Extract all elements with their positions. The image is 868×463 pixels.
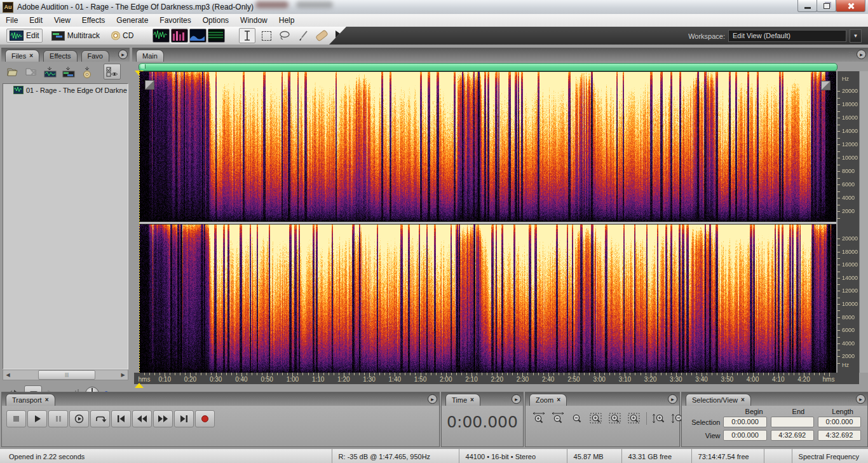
hscrollbar-thumb[interactable]: ||| (38, 370, 95, 380)
zoom-in-right-edge-button[interactable] (626, 411, 642, 425)
menu-effects[interactable]: Effects (76, 14, 111, 27)
file-list-hscrollbar[interactable]: ◀ ||| ▶ (3, 370, 128, 380)
selection-panel-menu[interactable]: ▶ (848, 394, 865, 404)
close-button[interactable] (836, 0, 865, 12)
show-options-toggle[interactable] (104, 64, 121, 79)
marquee-selection-tool[interactable] (259, 29, 274, 43)
zoom-in-vertically-button[interactable] (651, 411, 667, 425)
zoom-panel-menu[interactable]: ▶ (660, 394, 677, 404)
tab-time[interactable]: Time × (445, 394, 480, 406)
zoom-in-left-edge-button[interactable] (607, 411, 623, 425)
menu-favorites[interactable]: Favorites (154, 14, 196, 27)
close-file-button[interactable] (25, 66, 39, 78)
selection-length-field[interactable]: 0:00.000 (818, 417, 861, 427)
menu-generate[interactable]: Generate (111, 14, 154, 27)
multitrack-view-button[interactable]: Multitrack (49, 30, 102, 42)
main-editor-panel: Main ▶ Hz2000018000160001400012000100008… (132, 48, 868, 390)
scrub-tool[interactable] (332, 29, 348, 43)
minimize-button[interactable] (797, 0, 817, 12)
tab-close-icon[interactable]: × (470, 394, 474, 406)
menu-help[interactable]: Help (273, 14, 301, 27)
view-end-field[interactable]: 4:32.692 (771, 430, 814, 441)
menu-file[interactable]: File (0, 14, 24, 27)
lasso-selection-tool[interactable] (277, 29, 292, 43)
cd-view-button[interactable]: CD (109, 30, 136, 41)
selection-begin-field[interactable]: 0:00.000 (723, 417, 766, 427)
record-button[interactable] (195, 410, 215, 427)
vertical-scroll-strip[interactable] (859, 71, 868, 373)
status-segment-6[interactable] (764, 449, 792, 463)
main-panel-menu[interactable]: ▶ (848, 50, 866, 59)
tab-close-icon[interactable]: × (45, 394, 49, 406)
time-display: 0:00.000 (442, 413, 523, 431)
restore-button[interactable] (817, 0, 836, 12)
go-to-end-button[interactable] (174, 410, 194, 427)
go-to-beginning-button[interactable] (111, 410, 131, 427)
panel-grip-icon (848, 52, 855, 57)
tab-effects[interactable]: Effects (43, 50, 77, 62)
tab-transport[interactable]: Transport × (6, 394, 55, 406)
play-from-cursor-button[interactable] (69, 410, 89, 427)
spectral-phase-display-button[interactable] (208, 29, 225, 43)
tab-zoom[interactable]: Zoom × (529, 394, 567, 406)
time-selection-tool[interactable] (239, 28, 255, 43)
insert-into-multitrack-wave-button[interactable] (43, 66, 57, 78)
title-bar[interactable]: Au Adobe Audition - 01 - Rage - The Edge… (0, 0, 868, 15)
file-list-item[interactable]: 01 - Rage - The Edge Of Darkne (3, 84, 128, 94)
spectral-display[interactable] (139, 71, 836, 373)
time-tick-label: 1:10 (312, 376, 324, 383)
scroll-left-icon[interactable]: ◀ (3, 371, 13, 379)
row-label-view: View (684, 432, 723, 439)
tab-selection-view[interactable]: Selection/View × (686, 394, 751, 406)
edit-view-button[interactable]: Edit (6, 29, 43, 43)
zoom-out-full-button[interactable] (569, 411, 585, 425)
files-panel-menu[interactable]: ▶ (110, 50, 128, 59)
rewind-button[interactable] (132, 410, 152, 427)
spectral-pan-display-button[interactable] (189, 29, 207, 43)
scroll-right-icon[interactable]: ▶ (118, 371, 128, 379)
tab-close-icon[interactable]: × (557, 394, 560, 406)
status-segment-7[interactable]: Spectral Frequency (792, 449, 868, 463)
tab-main[interactable]: Main (136, 50, 164, 62)
zoom-to-selection-button[interactable] (588, 411, 604, 425)
menu-options[interactable]: Options (197, 14, 234, 27)
insert-into-multitrack-session-button[interactable] (62, 66, 76, 78)
tab-favorites[interactable]: Favo (81, 50, 109, 62)
workspace-dropdown-button[interactable]: ▼ (850, 29, 862, 43)
selection-handle-left-icon[interactable] (145, 80, 154, 90)
tab-close-icon[interactable]: × (741, 394, 745, 406)
overview-scroll-bar[interactable] (139, 63, 837, 71)
spot-healing-brush-tool[interactable] (314, 29, 329, 43)
workspace-select[interactable]: Edit View (Default) (728, 30, 846, 42)
file-list[interactable]: 01 - Rage - The Edge Of Darkne (3, 83, 128, 370)
fast-forward-button[interactable] (153, 410, 173, 427)
selection-end-field[interactable] (771, 417, 814, 427)
selection-handle-right-icon[interactable] (821, 81, 831, 90)
play-looped-button[interactable] (90, 410, 110, 427)
menu-view[interactable]: View (48, 14, 76, 27)
insert-into-cd-list-button[interactable] (80, 66, 94, 78)
import-file-button[interactable] (6, 66, 20, 78)
zoom-in-horizontally-button[interactable] (531, 411, 547, 425)
view-begin-field[interactable]: 0:00.000 (723, 430, 766, 441)
spectral-frequency-display-button[interactable] (171, 29, 188, 43)
effects-paintbrush-tool[interactable] (295, 29, 311, 43)
freq-tick-label: 6000 (842, 181, 855, 188)
playhead-line[interactable] (139, 72, 140, 373)
waveform-display-button[interactable] (153, 29, 170, 43)
view-length-field[interactable]: 4:32.692 (818, 430, 861, 441)
stop-button[interactable] (6, 410, 26, 427)
menu-window[interactable]: Window (234, 14, 273, 27)
menu-edit[interactable]: Edit (24, 14, 48, 27)
frequency-ruler[interactable]: Hz20000180001600014000120001000080006000… (837, 71, 859, 373)
playhead-marker-bottom[interactable] (135, 383, 144, 388)
spectrogram-canvas[interactable] (139, 72, 836, 373)
tab-files[interactable]: Files × (5, 50, 39, 62)
time-panel-menu[interactable]: ▶ (503, 394, 521, 404)
pause-button[interactable] (48, 410, 68, 427)
zoom-out-horizontally-button[interactable] (550, 411, 566, 425)
tab-close-icon[interactable]: × (29, 50, 33, 62)
transport-panel-menu[interactable]: ▶ (419, 394, 437, 404)
timeline-ruler[interactable]: hms0:100:200:300:400:501:001:101:201:301… (134, 373, 859, 384)
play-button[interactable] (27, 410, 47, 427)
